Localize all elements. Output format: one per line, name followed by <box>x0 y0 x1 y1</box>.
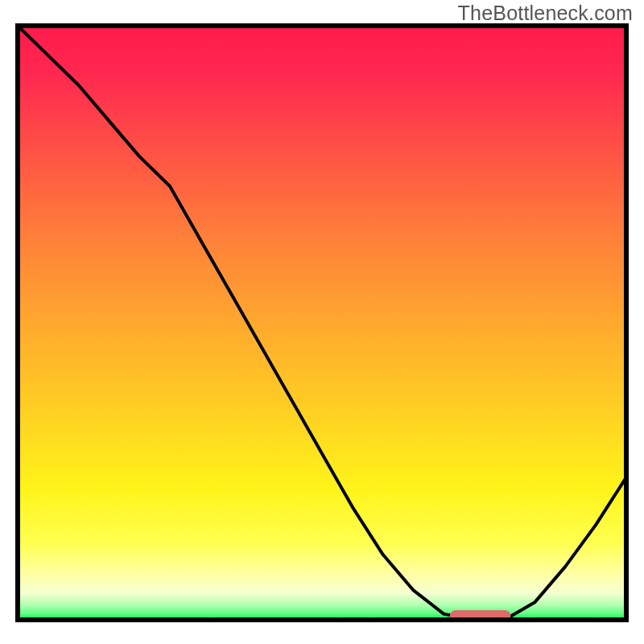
gradient-background <box>18 26 626 620</box>
watermark-text: TheBottleneck.com <box>458 2 633 25</box>
bottleneck-chart <box>0 0 644 644</box>
chart-container: TheBottleneck.com <box>0 0 644 644</box>
plot-area <box>18 26 626 621</box>
